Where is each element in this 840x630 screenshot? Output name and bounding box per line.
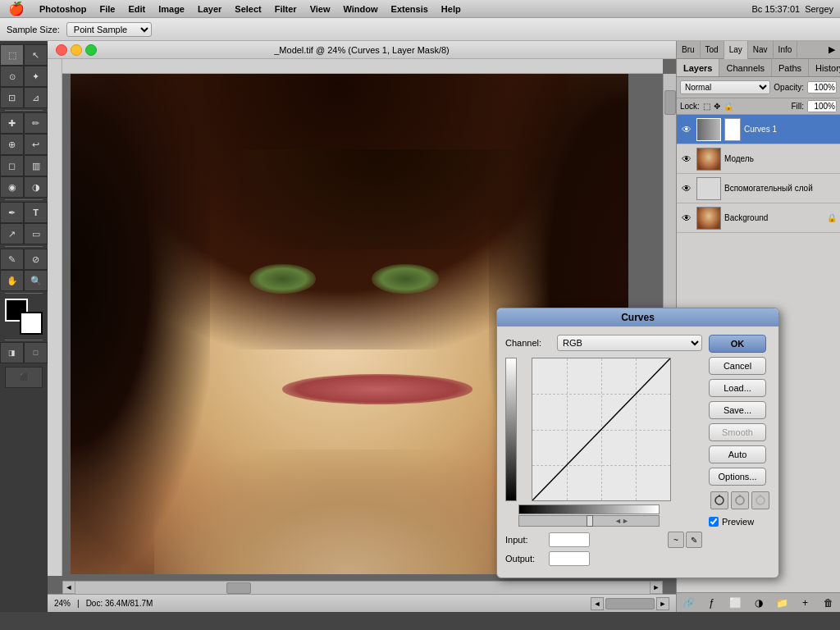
load-button[interactable]: Load... bbox=[709, 379, 766, 397]
pencil-curve-button[interactable]: ~ bbox=[668, 532, 684, 548]
tool-history-brush[interactable]: ↩ bbox=[24, 134, 48, 155]
tool-zoom[interactable]: 🔍 bbox=[24, 270, 48, 291]
sample-size-select[interactable]: Point Sample 3 by 3 Average 5 by 5 Avera… bbox=[66, 22, 152, 37]
palette-tab-nav[interactable]: Nav bbox=[748, 41, 774, 59]
tool-eraser[interactable]: ◻ bbox=[0, 155, 24, 176]
ok-button[interactable]: OK bbox=[709, 335, 766, 353]
canvas-close-button[interactable] bbox=[56, 44, 67, 56]
tab-channels[interactable]: Channels bbox=[719, 59, 771, 76]
tool-eyedropper[interactable]: ⊘ bbox=[24, 249, 48, 270]
tool-brush[interactable]: ✏ bbox=[24, 112, 48, 134]
save-button[interactable]: Save... bbox=[709, 401, 766, 419]
canvas-minimize-button[interactable] bbox=[71, 44, 82, 56]
layer-item-background[interactable]: 👁 Background 🔒 bbox=[677, 203, 840, 233]
apple-menu[interactable]: 🍎 bbox=[0, 1, 33, 16]
menu-extensis[interactable]: Extensis bbox=[385, 0, 435, 18]
fill-input[interactable] bbox=[807, 100, 837, 112]
tab-history[interactable]: History bbox=[809, 59, 840, 76]
screen-mode[interactable]: ⬛ bbox=[5, 367, 43, 388]
layer-new-button[interactable]: + bbox=[797, 595, 814, 611]
quick-mask-mode[interactable]: ◨ bbox=[0, 342, 24, 363]
slider-handle-mid[interactable] bbox=[587, 515, 593, 527]
layer-adjustment-button[interactable]: ◑ bbox=[751, 595, 767, 611]
layer-visibility-background[interactable]: 👁 bbox=[680, 212, 693, 225]
tab-layers[interactable]: Layers bbox=[677, 59, 719, 76]
curves-slider[interactable]: ◄► bbox=[518, 515, 660, 527]
layer-visibility-aux[interactable]: 👁 bbox=[680, 182, 693, 195]
lock-all-icon[interactable]: 🔒 bbox=[724, 102, 733, 111]
scrollbar-thumb-h[interactable] bbox=[226, 582, 251, 594]
menu-image[interactable]: Image bbox=[152, 0, 191, 18]
auto-button[interactable]: Auto bbox=[709, 445, 766, 463]
layer-style-button[interactable]: ƒ bbox=[704, 595, 720, 611]
tool-notes[interactable]: ✎ bbox=[0, 249, 24, 270]
eyedrop-black[interactable] bbox=[710, 491, 728, 509]
scroll-left-button[interactable]: ◄ bbox=[62, 581, 75, 594]
tab-paths[interactable]: Paths bbox=[772, 59, 809, 76]
menu-layer[interactable]: Layer bbox=[191, 0, 228, 18]
tool-pen[interactable]: ✒ bbox=[0, 202, 24, 223]
layer-group-button[interactable]: 📁 bbox=[774, 595, 790, 611]
layer-item-aux[interactable]: 👁 Вспомогательный слой bbox=[677, 174, 840, 203]
smooth-button[interactable]: Smooth bbox=[709, 423, 766, 441]
status-prev-button[interactable]: ◄ bbox=[591, 597, 604, 610]
menu-file[interactable]: File bbox=[93, 0, 121, 18]
layer-item-curves1[interactable]: 👁 Curves 1 bbox=[677, 115, 840, 144]
menu-select[interactable]: Select bbox=[228, 0, 267, 18]
lock-position-icon[interactable]: ✥ bbox=[714, 102, 720, 111]
output-value[interactable] bbox=[549, 551, 590, 566]
tool-hand[interactable]: ✋ bbox=[0, 270, 24, 291]
menu-window[interactable]: Window bbox=[337, 0, 385, 18]
menu-help[interactable]: Help bbox=[435, 0, 468, 18]
lock-pixels-icon[interactable]: ⬚ bbox=[703, 102, 710, 111]
tool-lasso[interactable]: ⊙ bbox=[0, 66, 24, 87]
tool-stamp[interactable]: ⊕ bbox=[0, 134, 24, 155]
curves-graph[interactable] bbox=[532, 358, 671, 501]
blend-mode-select[interactable]: Normal Multiply Screen bbox=[680, 80, 770, 94]
cancel-button[interactable]: Cancel bbox=[709, 357, 766, 375]
tool-dodge[interactable]: ◑ bbox=[24, 176, 48, 198]
canvas-scrollbar-h[interactable] bbox=[62, 581, 663, 594]
point-curve-button[interactable]: ✎ bbox=[686, 532, 702, 548]
standard-mode[interactable]: □ bbox=[24, 342, 48, 363]
tool-gradient[interactable]: ▥ bbox=[24, 155, 48, 176]
channel-select[interactable]: RGB Red Green Blue bbox=[557, 335, 702, 351]
layer-link-button[interactable]: 🔗 bbox=[680, 595, 696, 611]
curves-left-panel: Channel: RGB Red Green Blue bbox=[505, 335, 702, 569]
menu-filter[interactable]: Filter bbox=[268, 0, 304, 18]
tool-slice[interactable]: ⊿ bbox=[24, 87, 48, 108]
layer-mask-button[interactable]: ⬜ bbox=[727, 595, 743, 611]
tool-marquee[interactable]: ⬚ bbox=[0, 44, 24, 66]
eyedrop-white[interactable] bbox=[751, 491, 769, 509]
palette-tab-bru[interactable]: Bru bbox=[677, 41, 701, 59]
tool-move[interactable]: ↖ bbox=[24, 44, 48, 66]
tool-magic-wand[interactable]: ✦ bbox=[24, 66, 48, 87]
tool-heal[interactable]: ✚ bbox=[0, 112, 24, 134]
canvas-maximize-button[interactable] bbox=[85, 44, 97, 56]
preview-checkbox[interactable] bbox=[709, 517, 719, 527]
status-next-button[interactable]: ► bbox=[656, 597, 669, 610]
tool-text[interactable]: T bbox=[24, 202, 48, 223]
palette-tab-tod[interactable]: Tod bbox=[701, 41, 724, 59]
panel-options-button[interactable]: ▶ bbox=[824, 41, 840, 59]
menu-edit[interactable]: Edit bbox=[121, 0, 152, 18]
palette-tab-info[interactable]: Info bbox=[774, 41, 798, 59]
tool-path-select[interactable]: ↗ bbox=[0, 223, 24, 244]
layer-item-model[interactable]: 👁 Модель bbox=[677, 144, 840, 174]
eyedrop-gray[interactable] bbox=[731, 491, 749, 509]
background-color[interactable] bbox=[20, 312, 43, 335]
menu-photoshop[interactable]: Photoshop bbox=[33, 0, 93, 18]
layer-visibility-model[interactable]: 👁 bbox=[680, 153, 693, 166]
tool-crop[interactable]: ⊡ bbox=[0, 87, 24, 108]
scrollbar-thumb-v[interactable] bbox=[664, 90, 676, 115]
options-button[interactable]: Options... bbox=[709, 468, 766, 486]
opacity-input[interactable] bbox=[807, 81, 837, 94]
tool-shape[interactable]: ▭ bbox=[24, 223, 48, 244]
layer-visibility-curves1[interactable]: 👁 bbox=[680, 123, 693, 136]
tool-blur[interactable]: ◉ bbox=[0, 176, 24, 198]
layer-delete-button[interactable]: 🗑 bbox=[820, 595, 837, 611]
menu-view[interactable]: View bbox=[304, 0, 337, 18]
input-value[interactable] bbox=[549, 532, 590, 547]
scroll-right-button[interactable]: ► bbox=[650, 581, 663, 594]
palette-tab-lay[interactable]: Lay bbox=[724, 41, 748, 59]
